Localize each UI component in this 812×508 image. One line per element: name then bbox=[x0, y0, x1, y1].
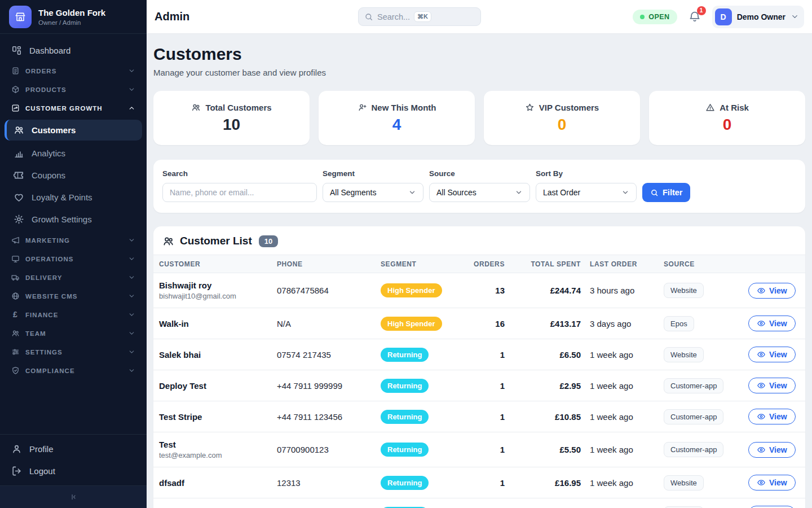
sort-by-select[interactable]: Last Order bbox=[536, 183, 637, 202]
global-search-input[interactable]: Search... ⌘K bbox=[358, 7, 481, 26]
stat-label: VIP Customers bbox=[539, 103, 599, 112]
sidebar-section-orders[interactable]: ORDERS bbox=[0, 62, 147, 80]
view-button[interactable]: View bbox=[748, 378, 796, 393]
filter-source-label: Source bbox=[429, 169, 530, 178]
last-order: 1 week ago bbox=[581, 478, 664, 488]
users-icon bbox=[14, 125, 24, 135]
customer-name: dfsadf bbox=[159, 478, 277, 488]
user-menu-button[interactable]: D Demo Owner bbox=[712, 6, 804, 28]
sidebar-item-profile[interactable]: Profile bbox=[0, 438, 147, 460]
search-placeholder: Search... bbox=[377, 12, 410, 21]
source-badge: Website bbox=[664, 283, 704, 298]
total-spent: £244.74 bbox=[505, 286, 581, 295]
chevron-down-icon bbox=[515, 189, 523, 196]
storefront-icon bbox=[9, 6, 32, 28]
search-placeholder: Name, phone or email... bbox=[170, 188, 254, 197]
sidebar-section-label: CUSTOMER GROWTH bbox=[25, 105, 103, 112]
sidebar-item-customers[interactable]: Customers bbox=[5, 120, 142, 141]
status-dot-icon bbox=[640, 15, 645, 19]
chevron-down-icon bbox=[128, 86, 135, 93]
main-area: Admin Search... ⌘K OPEN 1 D Demo Owner bbox=[147, 0, 812, 508]
sidebar-section-team[interactable]: TEAM bbox=[0, 324, 147, 343]
column-header-customer: CUSTOMER bbox=[159, 260, 277, 268]
gear-icon bbox=[14, 214, 24, 225]
chevron-down-icon bbox=[791, 12, 799, 21]
page-title: Customers bbox=[153, 44, 805, 64]
sidebar-section-settings[interactable]: SETTINGS bbox=[0, 343, 147, 361]
user-plus-icon bbox=[358, 103, 367, 112]
stat-card-new-this-month: New This Month 4 bbox=[319, 91, 475, 145]
table-row: Test Stripe +44 7911 123456 Returning 1 … bbox=[153, 401, 805, 432]
status-badge-label: OPEN bbox=[648, 13, 669, 21]
sidebar-section-website-cms[interactable]: WEBSITE CMS bbox=[0, 287, 147, 305]
sidebar-section-delivery[interactable]: DELIVERY bbox=[0, 268, 147, 287]
sidebar-item-loyalty[interactable]: Loyalty & Points bbox=[5, 187, 142, 208]
sidebar-section-label: DELIVERY bbox=[25, 274, 62, 281]
view-button[interactable]: View bbox=[748, 409, 796, 424]
table-row: dfsadf 12313 Returning 1 £16.95 1 week a… bbox=[153, 467, 805, 498]
status-badge: OPEN bbox=[633, 10, 677, 24]
sidebar-item-label: Dashboard bbox=[29, 46, 70, 55]
notification-count-badge: 1 bbox=[697, 6, 706, 15]
last-order: 1 week ago bbox=[581, 412, 664, 422]
source-badge: Website bbox=[664, 475, 704, 491]
segment-select-value: All Segments bbox=[330, 188, 376, 197]
last-order: 1 week ago bbox=[581, 445, 664, 454]
customer-name: Deploy Test bbox=[159, 381, 277, 391]
stat-value: 10 bbox=[159, 116, 304, 133]
sidebar-item-logout[interactable]: Logout bbox=[0, 460, 147, 482]
filter-search-label: Search bbox=[162, 169, 317, 178]
eye-icon bbox=[757, 412, 766, 421]
sidebar-item-growth-settings[interactable]: Growth Settings bbox=[5, 209, 142, 230]
page-content: Customers Manage your customer base and … bbox=[147, 34, 812, 508]
sidebar-item-label: Customers bbox=[32, 125, 76, 135]
view-button[interactable]: View bbox=[748, 475, 796, 491]
segment-badge: High Spender bbox=[381, 283, 442, 297]
search-icon bbox=[364, 12, 373, 21]
star-icon bbox=[525, 103, 535, 112]
truck-icon bbox=[11, 273, 20, 282]
source-badge: Website bbox=[664, 347, 704, 362]
sidebar-section-finance[interactable]: £ FINANCE bbox=[0, 305, 147, 324]
sidebar-section-operations[interactable]: OPERATIONS bbox=[0, 249, 147, 268]
view-button[interactable]: View bbox=[748, 316, 796, 331]
sidebar-section-compliance[interactable]: COMPLIANCE bbox=[0, 361, 147, 380]
filter-button-label: Filter bbox=[663, 188, 682, 197]
orders-count: 13 bbox=[465, 286, 505, 295]
source-select[interactable]: All Sources bbox=[429, 183, 530, 202]
orders-count: 16 bbox=[465, 319, 505, 329]
stats-row: Total Customers 10 New This Month 4 VIP … bbox=[153, 91, 805, 145]
sidebar-item-analytics[interactable]: Analytics bbox=[5, 143, 142, 164]
view-button[interactable]: View bbox=[748, 442, 796, 458]
source-select-value: All Sources bbox=[436, 188, 476, 197]
view-button[interactable]: View bbox=[748, 347, 796, 362]
table-header-row: CUSTOMER PHONE SEGMENT ORDERS TOTAL SPEN… bbox=[153, 255, 805, 273]
users-icon bbox=[162, 235, 174, 247]
chevron-down-icon bbox=[408, 189, 416, 196]
last-order: 1 week ago bbox=[581, 350, 664, 360]
eye-icon bbox=[757, 286, 766, 295]
sidebar-item-coupons[interactable]: Coupons bbox=[5, 165, 142, 186]
chevron-down-icon bbox=[128, 237, 135, 244]
total-spent: £10.85 bbox=[505, 412, 581, 422]
app-root: The Golden Fork Owner / Admin Dashboard … bbox=[0, 0, 812, 508]
view-button[interactable]: View bbox=[748, 506, 796, 508]
sidebar-section-products[interactable]: PRODUCTS bbox=[0, 80, 147, 99]
sidebar-section-customer-growth[interactable]: CUSTOMER GROWTH bbox=[0, 99, 147, 117]
customer-phone: N/A bbox=[277, 319, 381, 329]
collapse-sidebar-button[interactable] bbox=[0, 485, 147, 508]
filter-button[interactable]: Filter bbox=[642, 183, 690, 202]
view-button[interactable]: View bbox=[748, 283, 796, 299]
chevron-up-icon bbox=[128, 104, 135, 112]
segment-select[interactable]: All Segments bbox=[323, 183, 423, 202]
chevron-down-icon bbox=[128, 274, 135, 281]
sidebar-section-marketing[interactable]: MARKETING bbox=[0, 231, 147, 249]
customer-name: Bishwajit roy bbox=[159, 281, 277, 290]
sidebar-item-dashboard[interactable]: Dashboard bbox=[0, 40, 147, 62]
customer-search-input[interactable]: Name, phone or email... bbox=[162, 183, 317, 202]
sidebar-section-label: ORDERS bbox=[25, 68, 56, 75]
sidebar-item-label: Loyalty & Points bbox=[32, 192, 92, 202]
segment-badge: Returning bbox=[381, 379, 429, 393]
table-row: Walk-in N/A High Spender 16 £413.17 3 da… bbox=[153, 308, 805, 339]
notifications-button[interactable]: 1 bbox=[687, 10, 702, 24]
